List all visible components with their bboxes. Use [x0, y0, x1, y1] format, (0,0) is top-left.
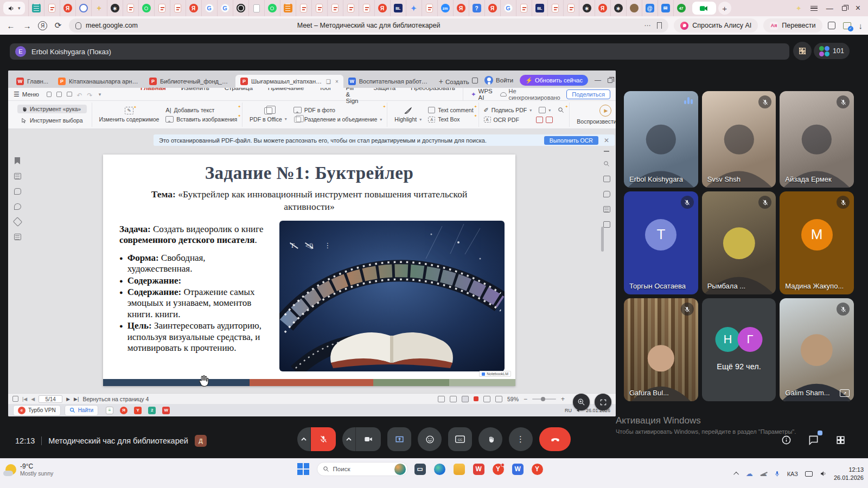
redact-icon[interactable]: [536, 117, 543, 123]
chevron-down-icon[interactable]: ▾: [99, 92, 101, 97]
tab-ya[interactable]: Я: [453, 0, 469, 16]
tab-at-blue[interactable]: @: [642, 0, 658, 16]
wps-share-button[interactable]: Поделиться: [566, 89, 610, 99]
camera-button[interactable]: [356, 427, 381, 451]
wps-update-button[interactable]: ⚡Обновить сейчас: [520, 75, 588, 86]
more-options-icon[interactable]: ⋮: [324, 241, 331, 250]
text-off-icon[interactable]: T: [290, 241, 295, 250]
wps-create-label[interactable]: Создать: [445, 79, 469, 85]
tab-pdf[interactable]: [516, 0, 532, 16]
add-text-button[interactable]: A|Добавить текст: [165, 107, 237, 113]
pdf-to-office-button[interactable]: PDF в Office▾: [247, 107, 289, 123]
participant-tile[interactable]: ТТоргын Осатаева: [624, 191, 698, 294]
tab-orange-tile[interactable]: [280, 0, 296, 16]
ya-taskbar-icon[interactable]: Я: [120, 407, 127, 414]
taskbar-icon-edge[interactable]: [433, 463, 446, 476]
layers-icon[interactable]: [12, 217, 22, 227]
first-page-icon[interactable]: |◀: [22, 396, 27, 402]
extensions-icon[interactable]: [828, 22, 835, 29]
edit-content-button[interactable]: ✎ Изменить содержимое: [97, 107, 162, 123]
tab-google[interactable]: G: [500, 0, 516, 16]
wps-main-menu[interactable]: ☰Меню: [14, 91, 39, 98]
tab-gpt[interactable]: ∗: [579, 0, 595, 16]
sync-status[interactable]: Не синхронизировано: [500, 88, 561, 101]
onedrive-icon[interactable]: ☁: [746, 470, 753, 478]
edit-panel-icon[interactable]: [603, 206, 610, 213]
participant-tile[interactable]: Рымбала ...: [702, 191, 776, 294]
tab-mail-blue[interactable]: ✉: [658, 0, 673, 16]
meeting-details-button[interactable]: [778, 432, 794, 448]
tab-pdf[interactable]: [327, 0, 343, 16]
participant-tile[interactable]: НГЕщё 92 чел.: [702, 298, 776, 401]
minimize-button[interactable]: —: [826, 5, 833, 12]
raise-hand-button[interactable]: [478, 427, 502, 451]
tab-brown-dot[interactable]: [626, 0, 642, 16]
tab-bilimland[interactable]: BL: [390, 0, 406, 16]
tools-panel-icon[interactable]: [603, 221, 610, 228]
mic-tray-icon[interactable]: [774, 470, 780, 478]
participant-tile[interactable]: Svsv Shsh: [702, 91, 776, 188]
participant-tile[interactable]: Erbol Koishygara: [624, 91, 698, 188]
tab-green-47[interactable]: 47: [673, 0, 689, 16]
wps-login-button[interactable]: Войти: [484, 76, 513, 85]
continuous-icon[interactable]: [450, 396, 457, 402]
wps-workspace-icon[interactable]: [472, 78, 478, 84]
tab-pdf[interactable]: [311, 0, 327, 16]
tab-pdf[interactable]: [422, 0, 437, 16]
hand-tool-button[interactable]: Инструмент «рука»: [17, 105, 87, 113]
tray-expand-icon[interactable]: [733, 472, 739, 477]
tab-ya[interactable]: Я: [374, 0, 390, 16]
back-to-page-link[interactable]: Вернуться на страницу 4: [82, 396, 149, 402]
cloud-off-icon[interactable]: ☁: [760, 470, 767, 478]
people-activities-button[interactable]: [832, 432, 848, 448]
chat-button[interactable]: [805, 432, 821, 448]
open-icon[interactable]: [47, 92, 52, 97]
gis-taskbar-icon[interactable]: 2: [148, 407, 156, 414]
tab-pdf[interactable]: [547, 0, 563, 16]
alice-ai-button[interactable]: Спросить Алису AI: [674, 18, 758, 33]
outline-icon[interactable]: [14, 234, 21, 240]
text-comment-button[interactable]: Text comment: [428, 107, 473, 113]
change-layout-button[interactable]: [793, 42, 812, 60]
record-icon[interactable]: [474, 396, 478, 401]
language-indicator[interactable]: КАЗ: [787, 471, 798, 477]
tab-ya[interactable]: Я: [595, 0, 610, 16]
fullscreen-button[interactable]: [595, 394, 611, 410]
more-actions-icon[interactable]: ⋯: [644, 22, 650, 29]
print-icon[interactable]: [67, 92, 72, 97]
zoom-shared-screen-button[interactable]: [573, 394, 590, 410]
taskbar-icon-monitor[interactable]: ▭: [413, 463, 427, 476]
chevron-down-icon[interactable]: ▾: [18, 5, 21, 11]
stamp-icon[interactable]: [539, 107, 546, 113]
notepad-taskbar-icon[interactable]: ≡: [106, 407, 113, 414]
tab-teal-grid[interactable]: [28, 0, 44, 16]
bookmarks-icon[interactable]: [15, 157, 20, 164]
browser-menu-icon[interactable]: [810, 6, 818, 11]
zoom-slider[interactable]: [532, 399, 556, 400]
search-panel-icon[interactable]: [603, 160, 610, 167]
tab-doc[interactable]: [248, 0, 264, 16]
wps-doc-tab[interactable]: PБиблиотечный_фонд_Цифровая_м...: [144, 75, 235, 88]
annotation-list-icon[interactable]: [603, 191, 610, 197]
ystart-taskbar-icon[interactable]: Y: [134, 407, 142, 414]
crop-icon[interactable]: [546, 117, 553, 123]
tab-blue-ring[interactable]: [75, 0, 91, 16]
mic-muted-button[interactable]: [311, 427, 336, 451]
tab-zoom[interactable]: zm: [437, 0, 453, 16]
page-fit-icon[interactable]: [462, 396, 469, 402]
find-taskbar-item[interactable]: Найти: [65, 406, 98, 415]
insert-image-button[interactable]: Вставить изображения: [165, 116, 237, 123]
properties-icon[interactable]: [603, 176, 610, 182]
yandex-id-icon[interactable]: Я: [38, 21, 47, 30]
reactions-button[interactable]: [418, 427, 442, 451]
tab-audio-playing[interactable]: ▾: [3, 2, 25, 15]
tab-google[interactable]: G: [201, 0, 217, 16]
taskbar-icon-folder[interactable]: [452, 463, 466, 476]
tab-whatsapp[interactable]: [138, 0, 154, 16]
tab-bilimland[interactable]: BL: [532, 0, 547, 16]
mic-control[interactable]: [297, 427, 336, 451]
tab-gemini[interactable]: ✦: [406, 0, 422, 16]
single-page-icon[interactable]: [438, 396, 445, 402]
wps-restore-button[interactable]: [608, 78, 612, 83]
wps-doc-tab[interactable]: WВоспитательная работа (1) (1).do...: [343, 75, 435, 88]
